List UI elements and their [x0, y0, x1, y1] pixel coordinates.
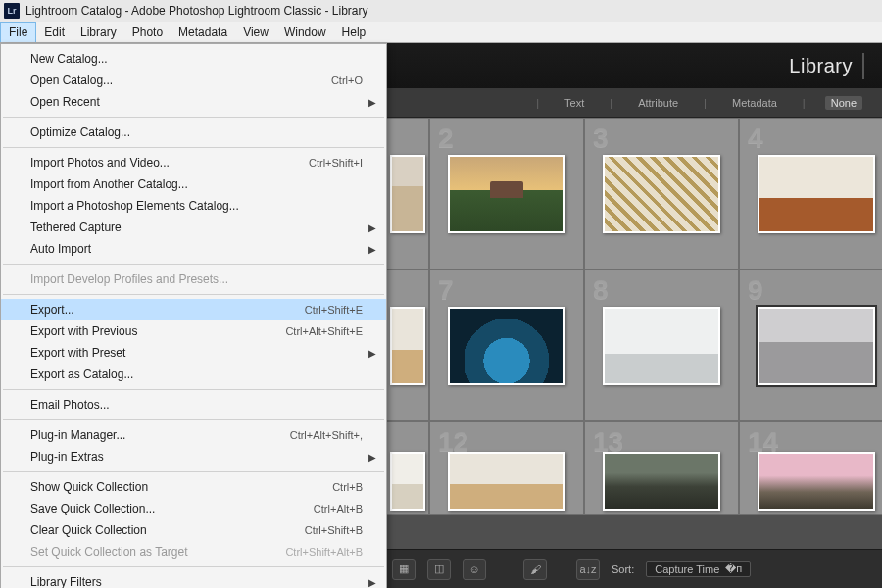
menu-separator	[3, 471, 384, 472]
menu-edit[interactable]: Edit	[36, 22, 73, 42]
menu-item-export-as-catalog[interactable]: Export as Catalog...	[1, 364, 386, 385]
menu-separator	[3, 389, 384, 390]
photo-thumbnail[interactable]	[448, 452, 565, 511]
menu-item-import-develop-profiles-and-presets: Import Develop Profiles and Presets...	[1, 269, 386, 290]
menu-item-tethered-capture[interactable]: Tethered Capture▶	[1, 217, 386, 238]
cell-index: 7	[438, 274, 454, 306]
people-view-icon[interactable]: ☺	[463, 559, 486, 580]
cell-index: 12	[438, 426, 468, 458]
photo-thumbnail[interactable]	[758, 307, 875, 385]
menu-item-label: Library Filters	[30, 575, 102, 588]
menu-separator	[3, 147, 384, 148]
thumbnail-cell[interactable]	[382, 270, 429, 421]
chevron-right-icon: ▶	[368, 222, 376, 233]
menu-shortcut: Ctrl+Alt+Shift+,	[290, 429, 363, 441]
menu-item-export[interactable]: Export...Ctrl+Shift+E	[1, 299, 386, 320]
menu-file[interactable]: File	[0, 22, 36, 42]
menu-item-show-quick-collection[interactable]: Show Quick CollectionCtrl+B	[1, 476, 386, 498]
menu-item-plug-in-manager[interactable]: Plug-in Manager...Ctrl+Alt+Shift+,	[1, 424, 386, 446]
photo-thumbnail[interactable]	[390, 307, 425, 385]
thumbnail-cell[interactable]: 3	[584, 118, 739, 270]
photo-thumbnail[interactable]	[448, 155, 565, 233]
menu-item-import-photos-and-video[interactable]: Import Photos and Video...Ctrl+Shift+I	[1, 152, 386, 173]
menu-item-label: Tethered Capture	[30, 220, 122, 234]
menu-item-save-quick-collection[interactable]: Save Quick Collection...Ctrl+Alt+B	[1, 498, 386, 519]
menu-item-optimize-catalog[interactable]: Optimize Catalog...	[1, 122, 386, 143]
separator: |	[698, 96, 712, 110]
photo-thumbnail[interactable]	[758, 155, 875, 233]
menu-item-open-recent[interactable]: Open Recent▶	[1, 91, 386, 113]
filter-attribute[interactable]: Attribute	[632, 96, 684, 110]
menu-item-label: Import Develop Profiles and Presets...	[30, 272, 228, 286]
grid-view-icon[interactable]: ▦	[392, 559, 416, 580]
sort-dropdown[interactable]: Capture Time �п	[646, 561, 751, 577]
photo-thumbnail[interactable]	[603, 452, 720, 511]
thumbnail-cell[interactable]: 8	[584, 270, 739, 421]
chevron-right-icon: ▶	[368, 577, 376, 588]
filter-metadata[interactable]: Metadata	[726, 96, 783, 110]
menu-window[interactable]: Window	[276, 22, 334, 42]
compare-view-icon[interactable]: ◫	[427, 559, 451, 580]
separator: |	[604, 96, 618, 110]
menu-item-auto-import[interactable]: Auto Import▶	[1, 238, 386, 260]
photo-thumbnail[interactable]	[448, 307, 565, 385]
menu-item-label: Import Photos and Video...	[30, 156, 170, 170]
menu-library[interactable]: Library	[73, 22, 124, 42]
file-menu-dropdown[interactable]: New Catalog...Open Catalog...Ctrl+OOpen …	[0, 43, 387, 588]
filter-none[interactable]: None	[825, 96, 862, 110]
cell-index: 4	[748, 122, 763, 154]
cell-index: 9	[748, 274, 763, 306]
menu-item-import-a-photoshop-elements-catalog[interactable]: Import a Photoshop Elements Catalog...	[1, 195, 386, 217]
menu-shortcut: Ctrl+Shift+B	[305, 524, 363, 536]
chevron-right-icon: ▶	[368, 244, 376, 255]
photo-thumbnail[interactable]	[603, 307, 720, 385]
thumbnail-cell[interactable]: 2	[429, 118, 584, 270]
menu-item-label: Open Recent	[30, 95, 100, 109]
menu-item-label: Email Photos...	[30, 398, 110, 412]
menu-item-label: Import from Another Catalog...	[30, 177, 188, 191]
photo-thumbnail[interactable]	[390, 155, 425, 233]
thumbnail-cell[interactable]: 4	[739, 118, 882, 270]
thumbnail-cell[interactable]: 13	[584, 421, 739, 514]
cell-index: 14	[748, 426, 778, 458]
painter-spray-icon[interactable]: 🖌	[523, 559, 547, 580]
sort-label: Sort:	[612, 564, 634, 575]
menu-view[interactable]: View	[235, 22, 276, 42]
menu-item-open-catalog[interactable]: Open Catalog...Ctrl+O	[1, 70, 386, 91]
separator: |	[530, 96, 545, 110]
menu-item-library-filters[interactable]: Library Filters▶	[1, 571, 386, 588]
photo-thumbnail[interactable]	[603, 155, 720, 233]
thumbnail-cell[interactable]: 12	[429, 421, 584, 514]
menu-help[interactable]: Help	[334, 22, 374, 42]
photo-thumbnail[interactable]	[390, 452, 425, 511]
sort-direction-icon[interactable]: a↓z	[576, 559, 600, 580]
thumbnail-cell[interactable]: 9	[739, 270, 882, 421]
menu-separator	[3, 566, 384, 567]
menu-metadata[interactable]: Metadata	[171, 22, 235, 42]
menu-item-import-from-another-catalog[interactable]: Import from Another Catalog...	[1, 173, 386, 195]
thumbnail-cell[interactable]	[382, 118, 429, 270]
menu-shortcut: Ctrl+Shift+E	[305, 304, 363, 316]
thumbnail-cell[interactable]: 7	[429, 270, 584, 421]
menu-item-email-photos[interactable]: Email Photos...	[1, 394, 386, 416]
menu-separator	[3, 117, 384, 118]
menu-item-set-quick-collection-as-target: Set Quick Collection as TargetCtrl+Shift…	[1, 541, 386, 563]
thumbnail-cell[interactable]: 14	[739, 421, 882, 514]
menu-item-label: Export...	[30, 303, 74, 317]
module-label-library[interactable]: Library	[789, 53, 864, 79]
menu-shortcut: Ctrl+Alt+Shift+E	[285, 325, 363, 337]
menu-item-new-catalog[interactable]: New Catalog...	[1, 48, 386, 70]
menu-photo[interactable]: Photo	[124, 22, 171, 42]
menu-item-label: Set Quick Collection as Target	[30, 545, 188, 559]
thumbnail-cell[interactable]	[382, 421, 429, 514]
sort-value: Capture Time	[655, 564, 719, 575]
menu-shortcut: Ctrl+Alt+B	[314, 503, 363, 514]
menu-item-label: Optimize Catalog...	[30, 125, 130, 139]
photo-thumbnail[interactable]	[758, 452, 875, 511]
filter-text[interactable]: Text	[559, 96, 590, 110]
menu-item-plug-in-extras[interactable]: Plug-in Extras▶	[1, 446, 386, 467]
menu-item-export-with-previous[interactable]: Export with PreviousCtrl+Alt+Shift+E	[1, 320, 386, 342]
menu-item-clear-quick-collection[interactable]: Clear Quick CollectionCtrl+Shift+B	[1, 519, 386, 541]
menu-item-export-with-preset[interactable]: Export with Preset▶	[1, 342, 386, 364]
window-title: Lightroom Catalog - Adobe Photoshop Ligh…	[25, 4, 368, 18]
